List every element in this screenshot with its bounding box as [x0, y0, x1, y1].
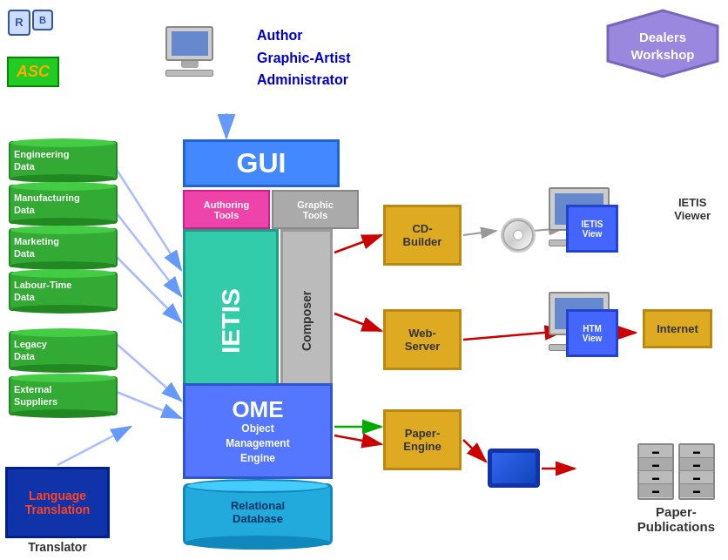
- svg-text:B: B: [39, 15, 46, 25]
- ome-subtitle: Object Management Engine: [226, 422, 289, 465]
- marketing-data-cylinder: MarketingData: [9, 228, 118, 267]
- ietis-viewer-label: IETIS Viewer: [674, 196, 711, 222]
- translator-label: Translator: [5, 540, 110, 554]
- role-labels: Author Graphic-Artist Administrator: [257, 24, 351, 91]
- svg-line-19: [334, 235, 381, 253]
- svg-text:Dealers: Dealers: [639, 30, 686, 44]
- gui-box: GUI: [183, 139, 340, 187]
- htm-view-box: HTM View: [566, 309, 618, 357]
- cd-builder-box: CD- Builder: [383, 205, 462, 266]
- web-server-box: Web- Server: [383, 309, 462, 370]
- internet-box: Internet: [643, 309, 712, 348]
- administrator-label: Administrator: [257, 69, 351, 91]
- author-computer-icon: [165, 26, 213, 77]
- paper-publications-label: Paper- Publications: [637, 504, 715, 534]
- svg-text:R: R: [15, 16, 24, 29]
- relational-db: Relational Database: [183, 483, 333, 545]
- external-suppliers-cylinder: ExternalSuppliers: [9, 376, 118, 415]
- language-translation-box: Language Translation: [5, 467, 110, 538]
- svg-line-8: [117, 344, 181, 401]
- paper-publications-area: ▬ ▬ ▬ ▬ ▬ ▬ ▬ ▬ Paper- Publications: [637, 443, 715, 534]
- svg-line-18: [334, 435, 381, 444]
- labour-time-data-cylinder: Labour-TimeData: [9, 272, 118, 311]
- svg-line-6: [117, 213, 181, 296]
- svg-line-20: [334, 314, 381, 331]
- svg-line-5: [117, 170, 181, 270]
- svg-line-11: [463, 231, 496, 235]
- ome-title: OME: [232, 397, 283, 422]
- paper-engine-box: Paper- Engine: [383, 409, 462, 470]
- rb-logo: R B: [7, 9, 55, 44]
- svg-text:Workshop: Workshop: [630, 47, 694, 62]
- asc-logo: ASC: [7, 57, 59, 87]
- author-label: Author: [257, 24, 351, 47]
- floppy-disk-icon: [488, 449, 540, 488]
- engineering-data-cylinder: EngineeringData: [9, 141, 118, 180]
- cd-icon: [501, 218, 536, 253]
- ietis-view-box: IETIS View: [566, 205, 618, 253]
- authoring-tools-box: Authoring Tools: [183, 190, 270, 229]
- ome-box: OME Object Management Engine: [183, 383, 333, 479]
- diagram-container: R B ASC Author Graphic-Artist Administra…: [0, 0, 728, 560]
- graphic-artist-label: Graphic-Artist: [257, 47, 351, 70]
- svg-line-15: [463, 440, 486, 462]
- manufacturing-data-cylinder: ManufacturingData: [9, 185, 118, 224]
- svg-line-9: [117, 392, 181, 418]
- svg-line-7: [117, 257, 181, 322]
- relational-db-label: Relational Database: [190, 499, 326, 525]
- svg-line-10: [57, 427, 131, 465]
- legacy-data-cylinder: LegacyData: [9, 331, 118, 370]
- graphic-tools-box: Graphic Tools: [272, 190, 359, 229]
